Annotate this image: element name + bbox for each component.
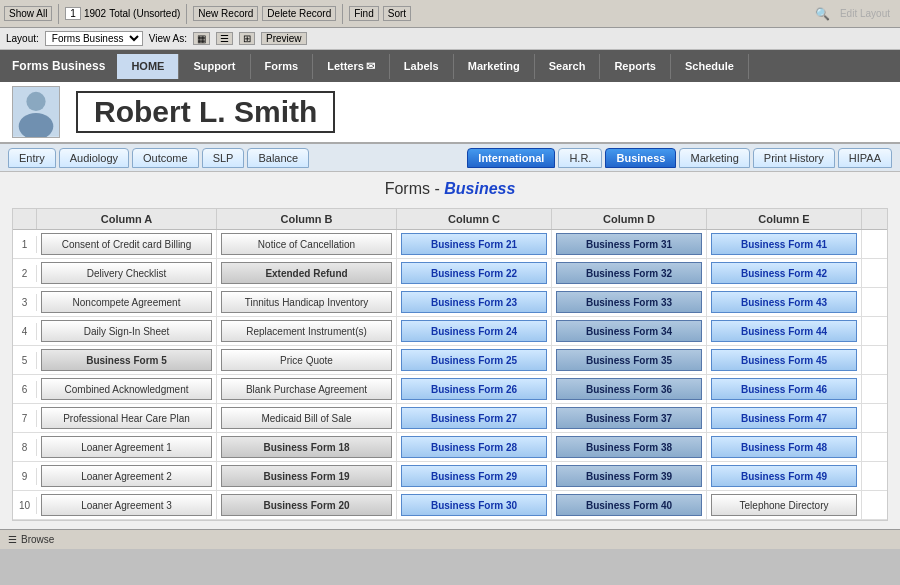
nav-tab-search[interactable]: Search [535, 54, 601, 79]
form-button-7-a[interactable]: Professional Hear Care Plan [41, 407, 212, 429]
cell-d: Business Form 40 [552, 491, 707, 519]
cell-e: Business Form 46 [707, 375, 862, 403]
nav-tab-forms[interactable]: Forms [251, 54, 314, 79]
form-button-4-e[interactable]: Business Form 44 [711, 320, 857, 342]
form-button-4-a[interactable]: Daily Sign-In Sheet [41, 320, 212, 342]
form-button-7-d[interactable]: Business Form 37 [556, 407, 702, 429]
form-button-4-d[interactable]: Business Form 34 [556, 320, 702, 342]
form-button-9-d[interactable]: Business Form 39 [556, 465, 702, 487]
form-button-2-a[interactable]: Delivery Checklist [41, 262, 212, 284]
form-button-6-a[interactable]: Combined Acknowledgment [41, 378, 212, 400]
view-table-button[interactable]: ⊞ [239, 32, 255, 45]
form-button-4-c[interactable]: Business Form 24 [401, 320, 547, 342]
form-button-1-b[interactable]: Notice of Cancellation [221, 233, 392, 255]
nav-tab-support[interactable]: Support [179, 54, 250, 79]
tab-marketing-tab[interactable]: Marketing [679, 148, 749, 168]
tab-hr[interactable]: H.R. [558, 148, 602, 168]
preview-button[interactable]: Preview [261, 32, 307, 45]
form-button-5-b[interactable]: Price Quote [221, 349, 392, 371]
tab-entry[interactable]: Entry [8, 148, 56, 168]
form-button-1-a[interactable]: Consent of Credit card Billing [41, 233, 212, 255]
form-button-8-c[interactable]: Business Form 28 [401, 436, 547, 458]
form-button-10-e[interactable]: Telephone Directory [711, 494, 857, 516]
form-button-1-c[interactable]: Business Form 21 [401, 233, 547, 255]
find-button[interactable]: Find [349, 6, 378, 21]
view-list-button[interactable]: ☰ [216, 32, 233, 45]
tab-balance[interactable]: Balance [247, 148, 309, 168]
tab-business[interactable]: Business [605, 148, 676, 168]
cell-e: Business Form 44 [707, 317, 862, 345]
edit-layout-button[interactable]: Edit Layout [834, 8, 896, 19]
nav-tab-labels[interactable]: Labels [390, 54, 454, 79]
col-header-e: Column E [707, 209, 862, 229]
form-button-5-e[interactable]: Business Form 45 [711, 349, 857, 371]
sort-button[interactable]: Sort [383, 6, 411, 21]
form-button-10-b[interactable]: Business Form 20 [221, 494, 392, 516]
cell-c: Business Form 26 [397, 375, 552, 403]
form-button-4-b[interactable]: Replacement Instrument(s) [221, 320, 392, 342]
form-button-2-e[interactable]: Business Form 42 [711, 262, 857, 284]
form-button-6-d[interactable]: Business Form 36 [556, 378, 702, 400]
tab-audiology[interactable]: Audiology [59, 148, 129, 168]
col-header-b: Column B [217, 209, 397, 229]
cell-b: Extended Refund [217, 259, 397, 287]
tab-international[interactable]: International [467, 148, 555, 168]
form-button-6-b[interactable]: Blank Purchase Agreement [221, 378, 392, 400]
form-button-6-c[interactable]: Business Form 26 [401, 378, 547, 400]
nav-tab-home[interactable]: HOME [117, 54, 179, 79]
form-button-3-a[interactable]: Noncompete Agreement [41, 291, 212, 313]
nav-tab-schedule[interactable]: Schedule [671, 54, 749, 79]
form-button-10-d[interactable]: Business Form 40 [556, 494, 702, 516]
form-button-2-d[interactable]: Business Form 32 [556, 262, 702, 284]
form-button-5-c[interactable]: Business Form 25 [401, 349, 547, 371]
tab-outcome[interactable]: Outcome [132, 148, 199, 168]
cell-d: Business Form 36 [552, 375, 707, 403]
delete-record-button[interactable]: Delete Record [262, 6, 336, 21]
cell-a: Consent of Credit card Billing [37, 230, 217, 258]
nav-tab-reports[interactable]: Reports [600, 54, 671, 79]
nav-tab-letters[interactable]: Letters ✉ [313, 54, 390, 79]
tab-hipaa[interactable]: HIPAA [838, 148, 892, 168]
form-button-8-b[interactable]: Business Form 18 [221, 436, 392, 458]
form-button-2-b[interactable]: Extended Refund [221, 262, 392, 284]
form-button-7-b[interactable]: Medicaid Bill of Sale [221, 407, 392, 429]
row-number: 9 [13, 468, 37, 485]
form-button-8-e[interactable]: Business Form 48 [711, 436, 857, 458]
form-button-3-b[interactable]: Tinnitus Handicap Inventory [221, 291, 392, 313]
cell-e: Business Form 42 [707, 259, 862, 287]
form-button-7-c[interactable]: Business Form 27 [401, 407, 547, 429]
form-button-10-c[interactable]: Business Form 30 [401, 494, 547, 516]
form-button-5-d[interactable]: Business Form 35 [556, 349, 702, 371]
separator [58, 4, 59, 24]
new-record-button[interactable]: New Record [193, 6, 258, 21]
show-all-button[interactable]: Show All [4, 6, 52, 21]
view-form-button[interactable]: ▦ [193, 32, 210, 45]
row-number: 6 [13, 381, 37, 398]
avatar-image [13, 86, 59, 137]
table-row: 2Delivery ChecklistExtended RefundBusine… [13, 259, 887, 288]
form-button-9-c[interactable]: Business Form 29 [401, 465, 547, 487]
form-button-9-a[interactable]: Loaner Agreement 2 [41, 465, 212, 487]
tab-slp[interactable]: SLP [202, 148, 245, 168]
nav-tab-marketing[interactable]: Marketing [454, 54, 535, 79]
form-button-3-d[interactable]: Business Form 33 [556, 291, 702, 313]
cell-e: Business Form 43 [707, 288, 862, 316]
form-button-3-e[interactable]: Business Form 43 [711, 291, 857, 313]
cell-b: Blank Purchase Agreement [217, 375, 397, 403]
form-button-9-b[interactable]: Business Form 19 [221, 465, 392, 487]
form-button-1-e[interactable]: Business Form 41 [711, 233, 857, 255]
form-button-8-d[interactable]: Business Form 38 [556, 436, 702, 458]
form-button-6-e[interactable]: Business Form 46 [711, 378, 857, 400]
form-button-1-d[interactable]: Business Form 31 [556, 233, 702, 255]
form-button-2-c[interactable]: Business Form 22 [401, 262, 547, 284]
form-button-5-a[interactable]: Business Form 5 [41, 349, 212, 371]
form-button-9-e[interactable]: Business Form 49 [711, 465, 857, 487]
layout-select[interactable]: Forms Business [45, 31, 143, 46]
form-button-7-e[interactable]: Business Form 47 [711, 407, 857, 429]
view-as-label: View As: [149, 33, 187, 44]
form-button-3-c[interactable]: Business Form 23 [401, 291, 547, 313]
form-button-8-a[interactable]: Loaner Agreement 1 [41, 436, 212, 458]
form-button-10-a[interactable]: Loaner Agreement 3 [41, 494, 212, 516]
table-row: 8Loaner Agreement 1Business Form 18Busin… [13, 433, 887, 462]
tab-print-history[interactable]: Print History [753, 148, 835, 168]
